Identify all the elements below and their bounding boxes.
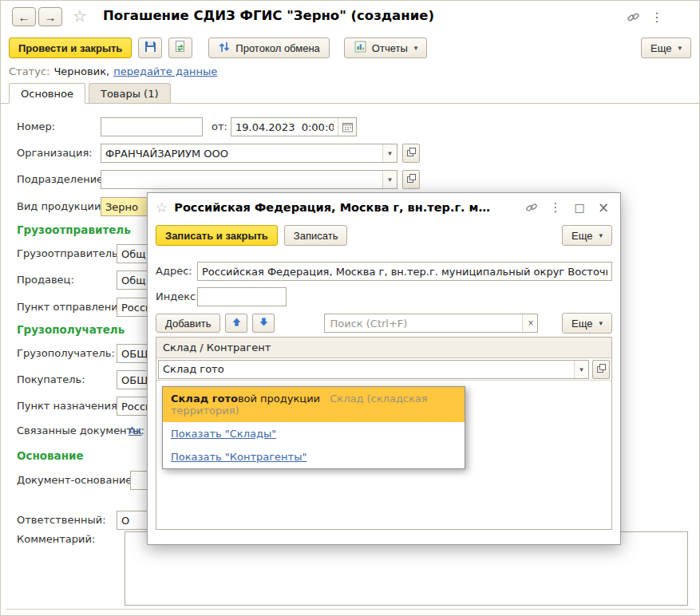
save-button[interactable]: Записать [284, 225, 348, 246]
date-label: от: [212, 117, 227, 136]
search-input[interactable] [325, 314, 522, 332]
exchange-arrows-icon [218, 41, 231, 56]
status-label: Статус: [9, 65, 49, 77]
buyer-label: Покупатель: [17, 370, 85, 389]
chevron-down-icon: ▾ [678, 44, 682, 52]
arrow-up-icon [231, 317, 242, 330]
link-icon[interactable] [624, 8, 642, 26]
bottom-divider [6, 609, 694, 610]
link-icon[interactable] [523, 199, 540, 216]
modal-command-bar: Записать и закрыть Записать Еще ▾ [156, 225, 612, 246]
reports-label: Отчеты [372, 42, 408, 54]
number-row: Номер: от: [1, 117, 699, 136]
table-edit-row[interactable]: ▾ [156, 358, 611, 381]
chevron-down-icon[interactable]: ▾ [382, 144, 397, 162]
kebab-menu-icon[interactable]: ⋮ [547, 199, 564, 216]
move-down-button[interactable] [252, 314, 275, 333]
calendar-icon[interactable] [338, 118, 356, 136]
related-docs-link[interactable]: Ак [129, 424, 142, 436]
modal-title: Российская Федерация, Москва г, вн.тер.г… [174, 201, 516, 214]
table-header-label: Склад / Контрагент [163, 342, 271, 353]
post-and-close-label: Провести и закрыть [18, 42, 122, 54]
list-more-button[interactable]: Еще ▾ [562, 313, 612, 334]
send-data-link[interactable]: передайте данные [113, 65, 217, 77]
protocol-button[interactable]: Протокол обмена [208, 38, 330, 58]
forward-icon: → [45, 10, 57, 24]
move-up-button[interactable] [225, 314, 247, 333]
chevron-down-icon[interactable]: ▾ [382, 171, 397, 188]
save-button[interactable] [138, 38, 162, 58]
basis-group-title: Основание [17, 449, 84, 462]
comment-label: Комментарий: [17, 530, 95, 549]
add-button[interactable]: Добавить [156, 314, 220, 333]
quick-choice-popup: Склад готовой продукции Склад (складская… [162, 386, 465, 469]
shipper-label: Грузоотправитель: [17, 244, 121, 263]
basis-doc-label: Документ-основание: [17, 471, 136, 490]
modal-address-row: Адрес: [156, 262, 612, 281]
department-open-button[interactable] [402, 170, 420, 189]
save-and-close-button[interactable]: Записать и закрыть [156, 225, 278, 246]
organization-open-button[interactable] [402, 144, 420, 163]
index-label: Индекс: [156, 287, 192, 306]
modal-titlebar: ☆ Российская Федерация, Москва г, вн.тер… [148, 193, 620, 222]
back-button[interactable]: ← [12, 7, 36, 26]
product-kind-label: Вид продукции: [17, 197, 105, 216]
show-warehouses-link: Показать "Склады" [171, 428, 276, 440]
department-input[interactable] [101, 171, 382, 188]
maximize-icon[interactable]: □ [571, 199, 588, 216]
clear-search-icon[interactable]: × [522, 314, 537, 332]
consignee-group-title: Грузополучатель [17, 323, 125, 336]
save-and-close-label: Записать и закрыть [165, 230, 268, 242]
chevron-down-icon: ▾ [414, 44, 418, 52]
reports-button[interactable]: Отчеты ▾ [344, 38, 427, 58]
index-input[interactable] [197, 287, 287, 306]
show-warehouses-item[interactable]: Показать "Склады" [163, 422, 465, 445]
tab-goods[interactable]: Товары (1) [89, 83, 171, 103]
search-box: × [324, 314, 538, 333]
organization-input[interactable] [101, 144, 382, 162]
more-label: Еще [651, 42, 671, 54]
number-input[interactable] [101, 117, 203, 136]
address-input[interactable] [197, 262, 612, 281]
seller-label: Продавец: [17, 270, 74, 290]
kebab-menu-icon[interactable]: ⋮ [648, 8, 666, 26]
save-label: Записать [294, 230, 338, 242]
chevron-down-icon[interactable]: ▾ [574, 361, 588, 378]
warehouse-open-button[interactable] [592, 360, 610, 379]
organization-combo: ▾ [101, 144, 397, 163]
destination-label: Пункт назначения: [17, 397, 121, 416]
departure-label: Пункт отправления: [17, 298, 128, 317]
status-value: Черновик, [53, 65, 109, 77]
shipper-group-title: Грузоотправитель [17, 223, 131, 236]
modal-more-button[interactable]: Еще ▾ [562, 225, 612, 246]
favorite-star-icon[interactable]: ☆ [156, 199, 168, 215]
tab-main-label: Основное [21, 88, 73, 100]
modal-list-toolbar: Добавить × Еще ▾ [156, 313, 612, 334]
table-header: Склад / Контрагент [156, 338, 611, 358]
date-combo [231, 117, 357, 136]
address-label: Адрес: [156, 262, 192, 281]
related-docs-label: Связанные документы: [17, 421, 144, 440]
responsible-label: Ответственный: [17, 511, 106, 530]
warehouse-combo: ▾ [158, 360, 589, 379]
suggestion-rest: вой продукции [238, 393, 320, 405]
main-window: ← → ☆ Погашение СДИЗ ФГИС "Зерно" (созда… [0, 0, 700, 616]
tab-goods-label: Товары (1) [101, 88, 159, 100]
command-bar: Провести и закрыть Протокол обмена Отчет… [9, 38, 691, 58]
more-label: Еще [571, 318, 592, 330]
tab-main[interactable]: Основное [9, 83, 85, 104]
more-button[interactable]: Еще ▾ [641, 38, 691, 58]
close-icon[interactable]: × [595, 199, 612, 216]
show-contractors-link: Показать "Контрагенты" [171, 451, 306, 463]
status-line: Статус: Черновик, передайте данные [9, 65, 217, 77]
open-icon [596, 363, 607, 376]
favorite-star-icon[interactable]: ☆ [73, 6, 87, 26]
date-input[interactable] [231, 118, 338, 136]
show-contractors-item[interactable]: Показать "Контрагенты" [163, 445, 465, 468]
suggestion-item[interactable]: Склад готовой продукции Склад (складская… [163, 387, 465, 422]
forward-button[interactable]: → [38, 7, 62, 26]
send-data-button[interactable] [168, 38, 192, 58]
save-icon [144, 40, 157, 56]
post-and-close-button[interactable]: Провести и закрыть [9, 38, 132, 58]
warehouse-input[interactable] [159, 361, 574, 378]
